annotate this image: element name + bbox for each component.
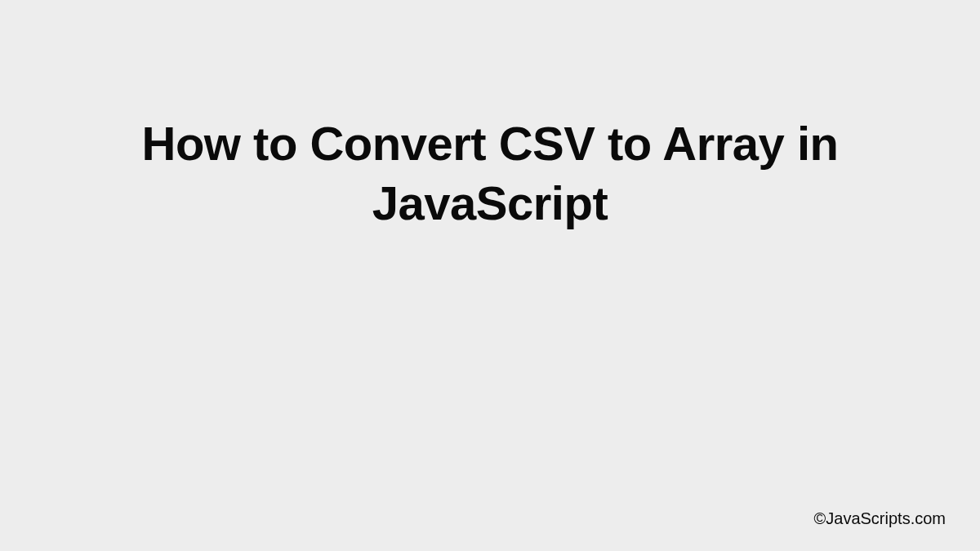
copyright-footer: ©JavaScripts.com [814, 509, 946, 528]
page-title: How to Convert CSV to Array in JavaScrip… [0, 114, 980, 233]
